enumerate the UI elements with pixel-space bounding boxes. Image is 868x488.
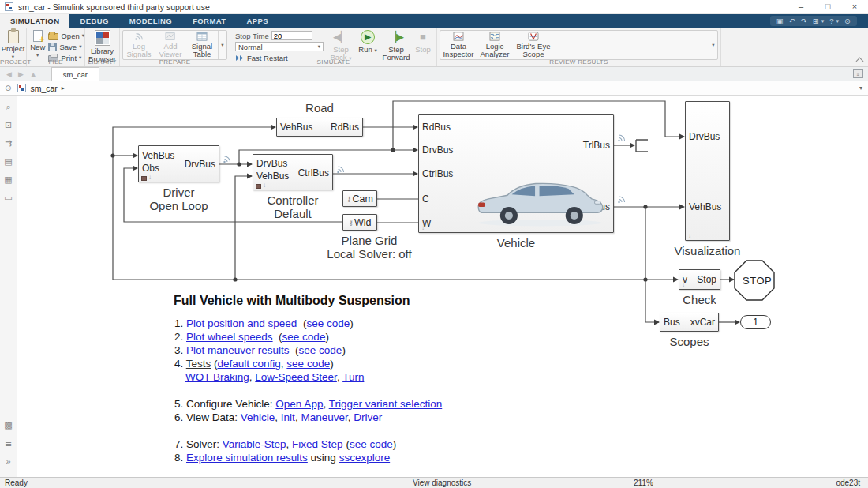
document-tab-bar: ◀ ▶ ▲ sm_car ≡ xyxy=(0,67,868,81)
vehicle-block-name-label: Vehicle xyxy=(429,236,603,250)
annotation-text: 3. xyxy=(174,344,186,356)
visualization-block[interactable]: DrvBusVehBus↓ xyxy=(685,101,730,241)
property-inspector-icon[interactable]: ≡ xyxy=(853,69,863,78)
annotation-link[interactable]: Fixed Step xyxy=(292,438,343,450)
breadcrumb-expand-icon[interactable]: ▸ xyxy=(62,84,65,92)
vehicle-block-port-rdbus: RdBus xyxy=(422,122,451,133)
annotation-line-7: 6. View Data: Vehicle, Init, Maneuver, D… xyxy=(174,411,382,423)
log-signals-icon xyxy=(133,32,145,41)
annotation-link[interactable]: Driver xyxy=(354,411,382,423)
review-gallery-dropdown[interactable]: ▾ xyxy=(709,31,717,59)
annotation-link[interactable]: Low-Speed Steer xyxy=(255,371,337,383)
stop-time-input[interactable] xyxy=(271,31,312,40)
visualization-block-name-label: Visualization xyxy=(621,244,795,257)
road-block[interactable]: VehBusRdBus xyxy=(276,118,363,137)
world-block[interactable]: ⚷Wld xyxy=(342,214,377,231)
annotation-link[interactable]: Turn xyxy=(342,371,364,383)
status-diagnostics[interactable]: View diagnostics xyxy=(413,479,471,487)
nav-forward-icon[interactable]: ▶ xyxy=(18,70,24,78)
annotation-link[interactable]: WOT Braking xyxy=(185,371,249,383)
outport-1-block[interactable]: 1 xyxy=(740,315,771,329)
tab-format[interactable]: FORMAT xyxy=(182,14,236,28)
nav-back-icon[interactable]: ◀ xyxy=(6,70,12,78)
help-icon[interactable]: ? xyxy=(829,16,833,26)
annotation-link[interactable]: see code xyxy=(286,358,330,370)
annotation-area-icon[interactable]: ▦ xyxy=(4,175,12,185)
wire-junction xyxy=(237,162,241,166)
check-block[interactable]: vStop↓ xyxy=(679,269,720,290)
model-tab-sm-car[interactable]: sm_car xyxy=(51,67,99,81)
log-signals-button[interactable]: Log Signals xyxy=(123,31,155,59)
annotation-link[interactable]: see code xyxy=(299,344,342,356)
annotation-link[interactable]: Vehicle xyxy=(241,411,275,423)
route-lines-icon[interactable]: ⇉ xyxy=(5,138,12,148)
save-button[interactable]: Save▾ xyxy=(48,42,84,51)
annotation-link[interactable]: see code xyxy=(306,317,350,329)
check-block-name-label: Check xyxy=(613,293,787,306)
model-canvas[interactable]: VehBusRdBusRoadVehBusObsDrvBus↓DriverOpe… xyxy=(0,96,868,477)
prepare-gallery-dropdown[interactable]: ▾ xyxy=(218,31,226,59)
project-button[interactable]: Project ▾ xyxy=(0,29,26,62)
close-button[interactable]: × xyxy=(841,0,868,14)
tab-debug[interactable]: DEBUG xyxy=(69,14,118,28)
ribbon-group-library: Library Browser LIBRARY xyxy=(85,28,120,66)
driver-block[interactable]: VehBusObsDrvBus↓ xyxy=(138,145,219,182)
birdseye-scope-button[interactable]: Bird's-Eye Scope xyxy=(513,31,554,59)
breadcrumb-dropdown-icon[interactable]: ▾ xyxy=(859,84,862,92)
annotation-link[interactable]: Plot wheel speeds xyxy=(186,331,273,343)
annotation-link[interactable]: Trigger variant selection xyxy=(329,398,443,410)
zoom-icon[interactable]: ⌕ xyxy=(6,102,10,112)
annotation-link[interactable]: see code xyxy=(350,438,393,450)
breadcrumb-model-name[interactable]: sm_car xyxy=(30,84,57,93)
variant-badge-icon: ↓ xyxy=(141,175,152,181)
open-button[interactable]: Open▾ xyxy=(48,31,84,40)
tab-apps[interactable]: APPS xyxy=(236,14,278,28)
annotation-text: 1. xyxy=(174,317,186,329)
visualization-block-port-vehbus: VehBus xyxy=(689,202,721,212)
screenshot-icon[interactable]: ▩ xyxy=(4,420,12,430)
annotation-link[interactable]: Plot position and speed xyxy=(186,317,297,329)
logic-analyzer-button[interactable]: Logic Analyzer xyxy=(477,31,513,59)
library-browser-icon xyxy=(95,30,110,46)
layout-icon[interactable]: ⊞ xyxy=(813,16,819,26)
annotation-link[interactable]: Plot maneuver results xyxy=(186,344,290,356)
data-inspector-button[interactable]: Data Inspector xyxy=(440,31,477,59)
nav-up-icon[interactable]: ▲ xyxy=(30,70,37,78)
annotation-link[interactable]: Variable-Step xyxy=(223,438,286,450)
model-browser-icon[interactable]: ≣ xyxy=(5,438,12,449)
road-block-port-rdbus: RdBus xyxy=(331,122,359,133)
wire-arrow xyxy=(673,276,679,282)
signal-table-button[interactable]: Signal Table xyxy=(186,31,218,59)
annotation-image-icon[interactable]: ▤ xyxy=(4,156,12,167)
camera-block[interactable]: ⚷Cam xyxy=(342,190,377,207)
annotation-line-9: 8. Explore simulation results using ssce… xyxy=(174,452,390,464)
controller-block[interactable]: DrvBusVehBusCtrlBus↓ xyxy=(253,154,333,190)
annotation-link[interactable]: see code xyxy=(282,331,326,343)
expand-icon[interactable]: » xyxy=(6,456,10,466)
tab-simulation[interactable]: SIMULATION xyxy=(0,14,69,28)
annotation-box-icon[interactable]: ▭ xyxy=(4,193,12,203)
annotation-link[interactable]: Open App xyxy=(275,398,323,410)
scopes-block[interactable]: BusxvCar xyxy=(660,313,719,332)
annotation-link[interactable]: Explore simulation results xyxy=(186,452,308,464)
annotation-link[interactable]: Init xyxy=(281,411,295,423)
undo-icon[interactable]: ↶ xyxy=(789,16,795,26)
hide-explorer-bar-icon[interactable]: ⊙ xyxy=(5,84,11,92)
vehicle-block[interactable]: RdBusDrvBusCtrlBusCWTrlBusVehBus↓ xyxy=(418,114,614,233)
tab-modeling[interactable]: MODELING xyxy=(119,14,182,28)
annotation-link[interactable]: default config xyxy=(218,358,281,370)
minimize-button[interactable]: – xyxy=(788,0,814,14)
annotation-link[interactable]: Maneuver xyxy=(301,411,347,423)
save-icon[interactable]: ▣ xyxy=(776,16,784,26)
search-icon[interactable]: ⊙ xyxy=(844,16,851,26)
terminator-block[interactable] xyxy=(636,140,648,152)
annotation-link[interactable]: sscexplore xyxy=(339,452,391,464)
fit-view-icon[interactable]: ⊡ xyxy=(5,120,12,130)
maximize-button[interactable]: □ xyxy=(814,0,841,14)
sim-mode-select[interactable]: Normal ▾ xyxy=(235,42,324,51)
annotation-link[interactable]: Tests xyxy=(186,358,211,370)
ribbon-collapse-icon[interactable] xyxy=(856,58,864,66)
status-solver[interactable]: ode23t xyxy=(836,479,860,487)
redo-icon[interactable]: ↷ xyxy=(801,16,807,26)
add-viewer-button[interactable]: Add Viewer xyxy=(155,31,186,59)
